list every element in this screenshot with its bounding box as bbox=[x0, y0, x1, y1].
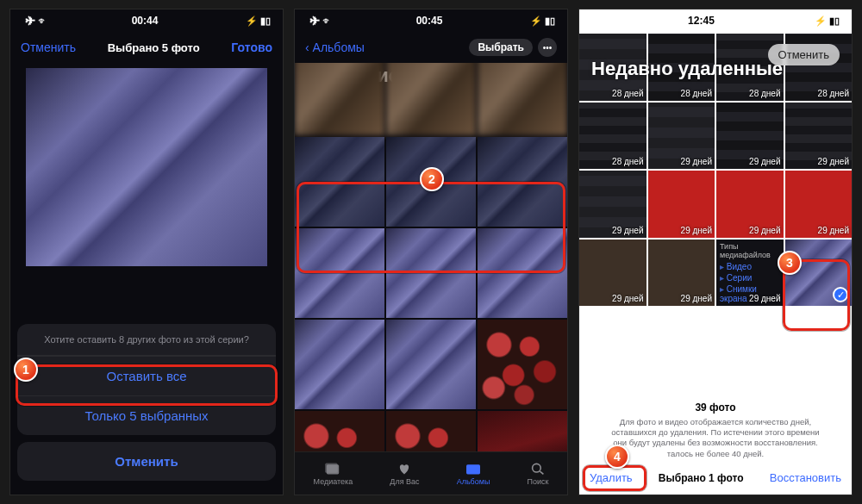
status-right-icons: ⚡ ▮▯ bbox=[811, 15, 840, 27]
photo-tile[interactable] bbox=[478, 320, 567, 409]
photo-tile[interactable] bbox=[478, 63, 567, 135]
nav-bar: ‹ Альбомы Выбрать ••• bbox=[295, 32, 567, 63]
photo-tile[interactable] bbox=[295, 137, 384, 227]
status-left-icons: ✈ ᯤ bbox=[307, 15, 332, 27]
tab-library[interactable]: Медиатека bbox=[314, 462, 353, 486]
step-badge-1: 1 bbox=[14, 358, 38, 382]
search-icon bbox=[529, 462, 547, 476]
step-badge-4: 4 bbox=[605, 445, 629, 469]
deleted-tile[interactable]: 29 дней bbox=[716, 171, 784, 238]
deleted-tile[interactable]: 29 дней bbox=[648, 171, 715, 238]
step-badge-3: 3 bbox=[778, 251, 802, 275]
phone-album-recent: ✈ ᯤ 00:45 ⚡ ▮▯ ‹ Альбомы Выбрать ••• Нед… bbox=[294, 9, 568, 495]
deleted-tile[interactable]: 29 дней bbox=[785, 171, 853, 238]
nav-done[interactable]: Готово bbox=[231, 40, 272, 54]
phone-delete-confirm: ✈ ᯤ 00:44 ⚡ ▮▯ Отменить Выбрано 5 фото Г… bbox=[9, 9, 284, 495]
status-time: 12:45 bbox=[688, 15, 715, 27]
select-button[interactable]: Выбрать bbox=[469, 39, 533, 56]
sheet-message: Хотите оставить 8 других фото из этой се… bbox=[17, 324, 276, 356]
heart-icon bbox=[396, 462, 413, 476]
restore-button[interactable]: Восстановить bbox=[770, 471, 841, 484]
photo-tile[interactable] bbox=[386, 411, 476, 451]
deleted-tile[interactable]: 29 дней bbox=[648, 240, 715, 307]
status-bar: 12:45 ⚡ ▮▯ bbox=[579, 9, 852, 32]
photo-tile[interactable] bbox=[295, 411, 384, 451]
action-sheet: Хотите оставить 8 других фото из этой се… bbox=[17, 324, 276, 488]
deleted-tile[interactable]: 28 дней bbox=[579, 103, 646, 170]
deleted-tile[interactable]: 29 дней bbox=[648, 103, 715, 170]
photo-count: 39 фото bbox=[590, 401, 841, 414]
svg-line-4 bbox=[540, 471, 543, 474]
phone-recently-deleted: 12:45 ⚡ ▮▯ 28 дней 28 дней 28 дней 28 дн… bbox=[578, 9, 853, 495]
status-left-icons: ✈ ᯤ bbox=[22, 15, 47, 27]
deleted-tile-media-types[interactable]: Типы медиафайлов Видео Серии Снимки экра… bbox=[716, 240, 784, 307]
nav-bar: Отменить Выбрано 5 фото Готово bbox=[10, 32, 283, 63]
status-bar: ✈ ᯤ 00:44 ⚡ ▮▯ bbox=[10, 9, 283, 32]
tab-albums[interactable]: Альбомы bbox=[457, 462, 490, 486]
nav-cancel[interactable]: Отменить bbox=[21, 40, 76, 54]
status-time: 00:44 bbox=[132, 15, 159, 27]
svg-point-3 bbox=[533, 464, 541, 472]
status-right-icons: ⚡ ▮▯ bbox=[242, 15, 271, 27]
photo-tile[interactable] bbox=[386, 320, 476, 409]
svg-rect-2 bbox=[466, 464, 480, 474]
photo-tile[interactable] bbox=[386, 228, 476, 318]
back-button[interactable]: ‹ Альбомы bbox=[305, 40, 365, 54]
photo-tile[interactable] bbox=[295, 228, 384, 318]
keep-selected-button[interactable]: Только 5 выбранных bbox=[17, 395, 276, 435]
deleted-title: Недавно удаленные bbox=[591, 58, 783, 80]
delete-button[interactable]: Удалить bbox=[590, 471, 633, 484]
deleted-tile[interactable]: 29 дней bbox=[785, 103, 853, 170]
photo-tile[interactable] bbox=[478, 411, 567, 451]
check-icon: ✓ bbox=[833, 287, 848, 302]
more-menu-icon[interactable]: ••• bbox=[538, 38, 557, 57]
photo-preview[interactable] bbox=[26, 68, 267, 266]
deleted-tile[interactable]: 29 дней bbox=[716, 103, 784, 170]
photo-tile[interactable] bbox=[386, 63, 476, 135]
status-right-icons: ⚡ ▮▯ bbox=[527, 15, 555, 27]
deleted-tile[interactable]: 29 дней bbox=[579, 240, 646, 307]
selection-count: Выбрано 1 фото bbox=[659, 472, 744, 484]
photo-tile[interactable] bbox=[478, 137, 567, 227]
status-time: 00:45 bbox=[416, 15, 443, 27]
photo-tile[interactable] bbox=[295, 320, 384, 409]
keep-all-button[interactable]: Оставить все bbox=[17, 356, 276, 395]
tab-foryou[interactable]: Для Вас bbox=[390, 462, 419, 486]
sheet-cancel-button[interactable]: Отменить bbox=[17, 442, 276, 481]
nav-title: Выбрано 5 фото bbox=[108, 41, 200, 54]
library-icon bbox=[324, 462, 341, 476]
cancel-chip[interactable]: Отменить bbox=[768, 44, 840, 65]
tab-search[interactable]: Поиск bbox=[528, 462, 549, 486]
photo-tile[interactable] bbox=[295, 63, 384, 135]
tab-bar: Медиатека Для Вас Альбомы Поиск bbox=[295, 451, 567, 495]
svg-rect-1 bbox=[326, 463, 338, 472]
albums-icon bbox=[465, 462, 482, 476]
photo-tile[interactable] bbox=[478, 228, 567, 318]
deleted-tile[interactable]: 29 дней bbox=[579, 171, 646, 238]
step-badge-2: 2 bbox=[420, 167, 444, 191]
status-bar: ✈ ᯤ 00:45 ⚡ ▮▯ bbox=[295, 9, 567, 32]
